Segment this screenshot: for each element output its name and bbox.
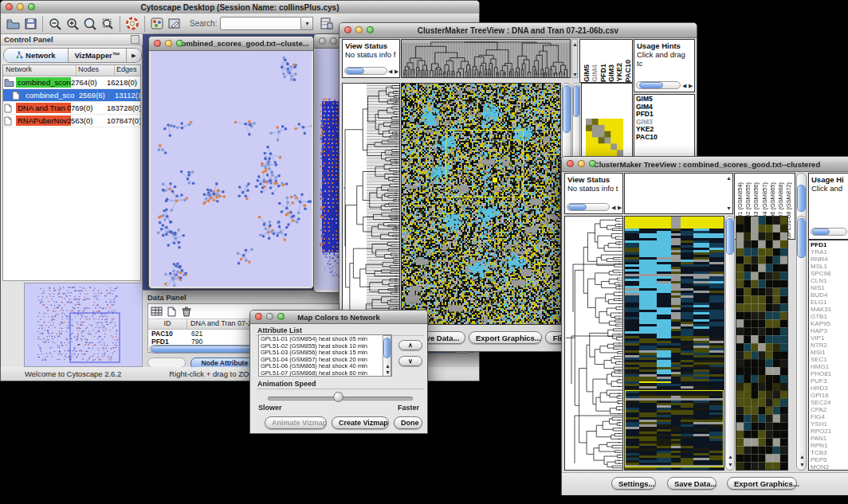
col-header-network[interactable]: Network bbox=[3, 65, 77, 76]
gene-label[interactable]: NIS1 bbox=[811, 284, 848, 291]
gene-label[interactable]: SPC98 bbox=[811, 270, 848, 277]
minimize-icon[interactable] bbox=[578, 160, 585, 167]
gene-label[interactable]: PFD1 bbox=[811, 241, 848, 248]
vizmapper-icon[interactable] bbox=[148, 16, 166, 32]
tab-more-button[interactable]: ▶ bbox=[127, 49, 141, 62]
gene-label[interactable]: PEP5 bbox=[811, 456, 848, 463]
scroll-right-icon[interactable]: ▶ bbox=[618, 205, 622, 211]
gene-label[interactable]: CPA2 bbox=[811, 406, 848, 413]
mini-heatmap[interactable] bbox=[586, 119, 623, 156]
close-icon[interactable] bbox=[567, 160, 574, 167]
minimize-icon[interactable] bbox=[330, 37, 337, 45]
close-icon[interactable] bbox=[6, 3, 13, 10]
gene-label[interactable]: RPO21 bbox=[811, 428, 848, 435]
scroll-left-icon[interactable]: ◀ bbox=[611, 205, 615, 211]
gene-label[interactable]: NTR2 bbox=[811, 342, 848, 349]
gene-label[interactable]: MON2 bbox=[811, 463, 848, 471]
help-lifering-icon[interactable] bbox=[124, 16, 141, 32]
treeview1-row-dendrogram[interactable] bbox=[342, 83, 400, 325]
treeview1-column-dendrogram[interactable] bbox=[401, 39, 571, 78]
table-select-icon[interactable] bbox=[150, 306, 163, 317]
scroll-up-icon[interactable]: ▲ bbox=[726, 175, 732, 182]
close-icon[interactable] bbox=[344, 26, 351, 33]
gene-label[interactable]: ELG1 bbox=[811, 299, 848, 306]
close-icon[interactable] bbox=[154, 40, 161, 47]
gene-label[interactable]: VIP1 bbox=[811, 334, 848, 342]
gene-label[interactable]: YRA1 bbox=[811, 248, 848, 256]
gene-label[interactable]: KAP95 bbox=[811, 320, 848, 327]
gene-label[interactable]: SEC1 bbox=[811, 356, 848, 363]
gene-label[interactable]: YSH1 bbox=[811, 420, 848, 428]
close-icon[interactable] bbox=[319, 37, 326, 45]
view-status-scrollbar[interactable] bbox=[567, 203, 610, 211]
speed-slider-thumb[interactable] bbox=[333, 392, 344, 402]
treeview2-titlebar[interactable]: ClusterMaker TreeView : combined_scores_… bbox=[562, 157, 848, 172]
minimize-icon[interactable] bbox=[165, 40, 172, 47]
datapanel-col-id[interactable]: ID bbox=[148, 319, 187, 329]
gene-label[interactable]: PHO81 bbox=[811, 370, 848, 377]
create-vizmapbutton[interactable]: Create Vizmap bbox=[332, 416, 389, 429]
mini-vscroll-strip[interactable]: ▲▼ bbox=[571, 39, 578, 78]
gene-label[interactable]: MSL1 bbox=[811, 263, 848, 270]
dialog-titlebar[interactable]: Map Colors to Network bbox=[250, 311, 427, 324]
search-input[interactable] bbox=[220, 17, 301, 30]
tab-network[interactable]: Network bbox=[4, 49, 69, 62]
treeview2-side-heatmap[interactable] bbox=[736, 216, 788, 471]
zoom-in-icon[interactable] bbox=[64, 16, 81, 32]
minimize-icon[interactable] bbox=[17, 3, 24, 10]
settings-button[interactable]: Settings... bbox=[611, 477, 656, 490]
col-header-nodes[interactable]: Nodes bbox=[77, 65, 115, 76]
network-view-canvas[interactable] bbox=[151, 51, 312, 287]
scroll-left-icon[interactable]: ◀ bbox=[388, 68, 392, 75]
scroll-right-icon[interactable]: ▶ bbox=[395, 68, 398, 75]
save-icon[interactable] bbox=[22, 16, 39, 32]
zoom-fit-icon[interactable] bbox=[81, 16, 99, 32]
zoom-window-icon[interactable] bbox=[28, 3, 35, 10]
gene-label[interactable]: HRD3 bbox=[811, 385, 848, 392]
open-file-icon[interactable] bbox=[4, 16, 22, 32]
network-row[interactable]: DNA and Tran 07769(0)183728(0) bbox=[3, 102, 140, 115]
minimize-icon[interactable] bbox=[355, 26, 363, 33]
zoom-out-icon[interactable] bbox=[46, 16, 64, 32]
zoom-selected-icon[interactable] bbox=[99, 16, 116, 32]
scroll-right-icon[interactable]: ▶ bbox=[689, 83, 693, 89]
gene-label[interactable]: TCB3 bbox=[811, 449, 848, 456]
gene-label[interactable]: MSI1 bbox=[811, 349, 848, 356]
scroll-left-icon[interactable]: ◀ bbox=[682, 83, 686, 89]
tab-vizmapper[interactable]: VizMapper™ bbox=[69, 49, 127, 62]
col-header-edges[interactable]: Edges bbox=[115, 65, 140, 76]
gene-label[interactable]: FIG4 bbox=[811, 413, 848, 420]
gene-label[interactable]: HAP3 bbox=[811, 327, 848, 334]
usage-hints-scrollbar[interactable] bbox=[636, 81, 681, 89]
main-titlebar[interactable]: Cytoscape Desktop (Session Name: collins… bbox=[1, 1, 479, 14]
treeview2-column-dendrogram[interactable]: ▲ ▼ bbox=[624, 173, 733, 214]
network-window-1-titlebar[interactable]: combined_scores_good.txt--cluste... bbox=[149, 37, 313, 51]
gene-label[interactable]: PAN1 bbox=[811, 435, 848, 442]
float-panel-icon[interactable] bbox=[131, 35, 139, 44]
annotation-icon[interactable] bbox=[166, 16, 183, 32]
minimize-icon[interactable] bbox=[266, 313, 273, 320]
zoom-window-icon[interactable] bbox=[367, 26, 374, 33]
treeview2-heatmap[interactable] bbox=[624, 216, 724, 471]
save-data-button[interactable]: Save Data... bbox=[667, 477, 716, 490]
treeview2-heatmap-vscrollbar[interactable]: ▲ ▼ bbox=[725, 216, 735, 471]
gene-label[interactable]: SEC24 bbox=[811, 399, 848, 406]
gene-label[interactable]: PUF3 bbox=[811, 377, 848, 385]
gene-label[interactable]: GTB1 bbox=[811, 313, 848, 320]
zoom-window-icon[interactable] bbox=[277, 313, 285, 320]
attribute-browser-icon[interactable] bbox=[318, 16, 336, 32]
treeview2-row-dendrogram[interactable] bbox=[564, 216, 623, 471]
close-icon[interactable] bbox=[255, 313, 262, 320]
export-graphics-button[interactable]: Export Graphics... bbox=[469, 331, 542, 344]
gene-label[interactable]: PAC10 bbox=[636, 134, 693, 142]
network-row[interactable]: RNAPuberNov2+|563(0)107847(0) bbox=[3, 115, 140, 127]
delete-trash-icon[interactable] bbox=[180, 306, 193, 317]
network-row[interactable]: combined_sco2569(6)13112(15) bbox=[3, 89, 140, 102]
attribute-list[interactable]: GPL51-01 (GSM854) heat shock 05 minGPL51… bbox=[258, 334, 392, 377]
donebutton[interactable]: Done bbox=[394, 416, 422, 429]
treeview1-titlebar[interactable]: ClusterMaker TreeView : DNA and Tran 07-… bbox=[340, 23, 697, 38]
gene-label[interactable]: RNR4 bbox=[811, 256, 848, 263]
zoom-window-icon[interactable] bbox=[589, 160, 596, 167]
treeview1-heatmap[interactable] bbox=[401, 83, 561, 325]
move-down-button[interactable]: ∨ bbox=[398, 356, 422, 366]
